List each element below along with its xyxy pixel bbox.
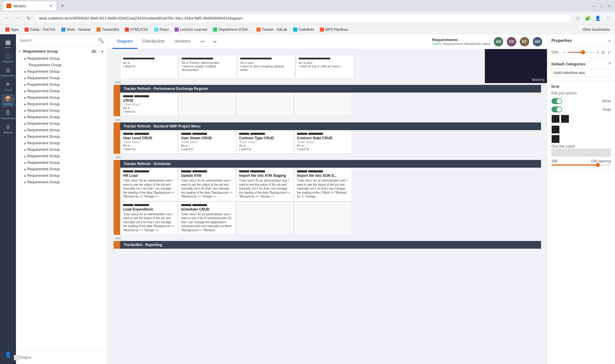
zoom-in-button[interactable]: + <box>597 50 599 55</box>
tree-child-item[interactable]: ▶ Requirement Group <box>16 94 107 101</box>
new-tab-button[interactable]: + <box>59 2 67 10</box>
profile-icon[interactable]: 👤 <box>594 14 602 22</box>
bookmark-mps[interactable]: MPS Pipelines <box>317 26 351 33</box>
tree-child-item[interactable]: ▶ Requirement Group <box>16 81 107 88</box>
forward-button[interactable]: → <box>14 14 22 22</box>
card-import-atm-staging[interactable]: Import file into ATM Staging *User story… <box>236 168 294 201</box>
color-swatch-2[interactable] <box>561 115 569 123</box>
avatar-1[interactable]: AB <box>494 37 503 46</box>
card-contract-type-crud[interactable]: Contract Type CRUD *User story* As a ...… <box>236 130 294 154</box>
back-button[interactable]: ← <box>3 14 11 22</box>
tab-diagram[interactable]: Diagram <box>112 34 138 49</box>
bookmark-trackerbot[interactable]: TrackerBot <box>94 26 121 33</box>
props-expand-button[interactable]: » <box>608 38 611 43</box>
snap-toggle[interactable] <box>551 106 562 112</box>
zoom-out-button[interactable]: − <box>563 50 565 55</box>
tab-close-btn[interactable]: ✕ <box>49 4 53 8</box>
card-load-expenditure[interactable]: Load Expenditure *User story* As an admi… <box>120 201 178 235</box>
grid-spacing-slider[interactable] <box>551 164 611 166</box>
canvas-area[interactable]: As a ... I want to As a Tracker administ… <box>108 49 547 364</box>
tree-child-item[interactable]: ▶ Requirement Group <box>16 179 107 185</box>
card-import-son[interactable]: Import file into SON S... *User story* A… <box>294 168 352 201</box>
card-user-level-crud[interactable]: User Level CRUD *User story* As a ... I … <box>120 130 178 154</box>
bookmark-work[interactable]: Work - General <box>59 26 93 33</box>
redo-button[interactable]: ↪ <box>211 38 219 46</box>
card-hr-load[interactable]: HR Load *User story* As an administrator… <box>120 168 178 201</box>
nav-visual[interactable]: 👁 Visual <box>1 80 14 93</box>
card-as-user-login[interactable]: As a user I want to log in with an extra… <box>296 55 354 79</box>
card-crud[interactable]: CRUD *User story* As a ... I want to <box>120 93 178 116</box>
bookmark-tracker-gl[interactable]: Tracker - GitLab <box>254 26 290 33</box>
zoom-thumb[interactable] <box>581 50 585 54</box>
nav-user[interactable]: 👤 <box>1 348 14 361</box>
show-toggle[interactable] <box>551 98 562 104</box>
tree-child-item[interactable]: ▶ Requirement Group <box>16 153 107 159</box>
card-user-steam-crud[interactable]: User Steam CRUD *User story* As a ... I … <box>178 130 236 154</box>
card-update-atm[interactable]: Update ATM *User story* As an administra… <box>178 168 236 201</box>
tree-child-item[interactable]: ▶ Requirement Group <box>16 172 107 179</box>
zoom-slider[interactable] <box>567 52 594 53</box>
tree-child-item[interactable]: ▶ Requirement Group <box>16 120 107 127</box>
avatar-3[interactable]: EF <box>520 37 529 46</box>
other-bookmarks[interactable]: Other bookmarks <box>580 26 612 33</box>
extensions-icon[interactable]: 🧩 <box>584 14 592 22</box>
tree-child-item[interactable]: Requirement Group <box>16 62 107 68</box>
tree-child-item[interactable]: ▶ Requirement Group <box>16 140 107 146</box>
zoom-fullscreen-button[interactable]: ⤢ <box>607 50 611 55</box>
close-btn[interactable]: ✕ <box>606 3 612 9</box>
tree-child-item[interactable]: ▶ Requirement Group <box>16 55 107 62</box>
search-input[interactable] <box>20 37 96 44</box>
bookmark-icon[interactable]: ☆ <box>574 14 582 22</box>
card-tracker-admin[interactable]: As a Tracker administrator I want to ass… <box>179 55 237 79</box>
bookmark-lessons[interactable]: Lessons Learned <box>172 26 209 33</box>
tree-child-item[interactable]: ▶ Requirement Group <box>16 166 107 172</box>
nav-bots[interactable]: 🤖 Bots <box>1 37 14 50</box>
nav-settings[interactable]: ⚙ Settings <box>1 122 14 135</box>
reload-button[interactable]: ↻ <box>24 14 33 22</box>
browser-tab[interactable]: Models ✕ <box>3 1 56 10</box>
address-bar[interactable]: ailab.codebots.tech/405f4092-9fa9-4f11-9… <box>35 14 571 23</box>
tree-root-item[interactable]: ▼ Requirement Group 38 + <box>16 48 107 55</box>
color-swatch-3[interactable] <box>551 125 560 134</box>
spacing-thumb[interactable] <box>596 163 600 167</box>
tree-child-item[interactable]: ▶ Requirement Group <box>16 75 107 81</box>
bookmark-dept[interactable]: Department of Def... <box>211 26 253 33</box>
card-contract-state-crud[interactable]: Contract State CRUD *User story* As a ..… <box>294 130 352 154</box>
menu-icon[interactable]: ⋮ <box>604 14 612 22</box>
color-swatch-1[interactable] <box>551 115 560 123</box>
card-scheduler-crud[interactable]: Scheduler CRUD *User story* As an admini… <box>178 201 236 235</box>
tree-child-item[interactable]: ▶ Requirement Group <box>16 133 107 140</box>
tab-checkpoints[interactable]: Checkpoints <box>138 34 170 49</box>
nav-metamodels[interactable]: ⊞ Metamodels <box>1 66 14 79</box>
nav-models[interactable]: 📦 Models <box>1 94 14 107</box>
avatar-4[interactable]: GH <box>533 37 542 46</box>
tree-child-item[interactable]: ▶ Requirement Group <box>16 114 107 120</box>
card-as-a[interactable]: As a ... I want to <box>120 55 178 79</box>
tree-child-item[interactable]: ▶ Requirement Group <box>16 107 107 114</box>
search-button[interactable]: 🔍 <box>98 38 104 43</box>
color-swatch-4[interactable] <box>551 135 560 143</box>
card-as-user-spinner[interactable]: As a user I want to see a loading spinne… <box>237 55 295 79</box>
tree-child-item[interactable]: ▶ Requirement Group <box>16 127 107 133</box>
bookmark-react[interactable]: React <box>152 26 171 33</box>
nav-repositories[interactable]: 🗄 Repositories <box>1 108 14 121</box>
avatar-2[interactable]: CD <box>507 37 516 46</box>
tree-add-button[interactable]: + <box>100 49 105 54</box>
tree-child-item[interactable]: ▶ Requirement Group <box>16 68 107 75</box>
help-icon[interactable]: ? <box>608 62 611 66</box>
tree-child-item[interactable]: ▶ Requirement Group <box>16 146 107 153</box>
undo-button[interactable]: ↩ <box>199 38 207 46</box>
nav-pipelines[interactable]: ⬡ Pipelines <box>1 51 14 64</box>
bookmark-apps[interactable]: Apps <box>3 26 21 33</box>
bookmark-codebots[interactable]: CodeBots <box>291 26 317 33</box>
minimize-btn[interactable]: — <box>591 3 597 9</box>
bookmark-html[interactable]: HTML/CSS <box>122 26 151 33</box>
tree-child-item[interactable]: ▶ Requirement Group <box>16 88 107 94</box>
bookmark-ticktick[interactable]: Today - TickTick <box>22 26 58 33</box>
categories-input[interactable] <box>551 69 611 77</box>
maximize-btn[interactable]: □ <box>598 3 604 9</box>
tree-child-item[interactable]: ▶ Requirement Group <box>16 101 107 107</box>
tab-versions[interactable]: Versions <box>170 34 195 49</box>
color-preview[interactable] <box>551 148 611 157</box>
zoom-fit-button[interactable]: ⊙ <box>601 50 605 55</box>
